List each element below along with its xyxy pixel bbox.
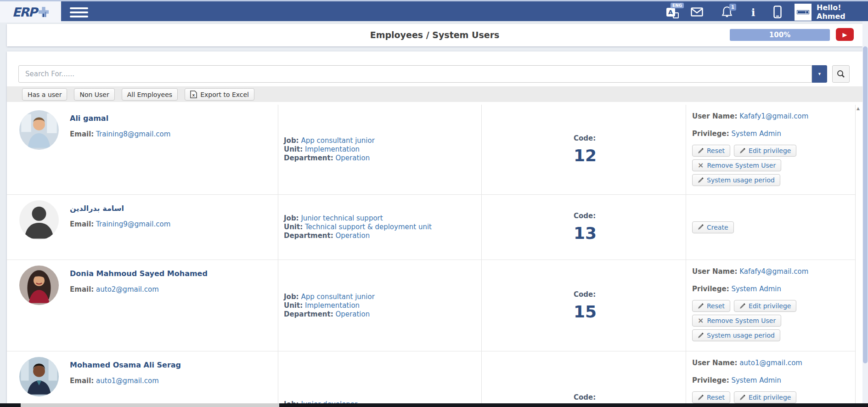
table-row: Donia Mahmoud Sayed Mohamed Email: auto2… xyxy=(7,260,855,351)
svg-text:x: x xyxy=(192,93,195,97)
system-usage-period-button[interactable]: System usage period xyxy=(692,174,780,186)
system-user-name: auto1@gmail.com xyxy=(739,359,802,367)
employee-job: Junior technical support xyxy=(301,214,383,222)
has-a-user-button[interactable]: Has a user xyxy=(22,88,67,101)
page-horizontal-scrollbar[interactable] xyxy=(0,403,868,407)
table-row: Mohamed Osama Ali Serag Email: auto1@gma… xyxy=(7,351,855,407)
scrollbar-thumb[interactable] xyxy=(21,403,279,407)
system-user-privilege: System Admin xyxy=(731,376,781,384)
pencil-icon xyxy=(698,224,704,230)
table-row: Ali gamal Email: Training8@gmail.com Job… xyxy=(7,105,855,195)
mail-icon[interactable] xyxy=(690,1,704,23)
employee-job: App consultant junior xyxy=(301,136,374,145)
progress-bar: 100% xyxy=(730,29,830,41)
avatar-silhouette xyxy=(19,200,59,240)
system-user-privilege: System Admin xyxy=(731,130,781,138)
system-usage-period-button[interactable]: System usage period xyxy=(692,329,780,341)
employee-email: auto1@gmail.com xyxy=(96,377,159,385)
employee-unit: Technical support & deployment unit xyxy=(305,223,432,231)
content-card: ▼ Has a user Non User All Employees x Ex… xyxy=(7,51,862,407)
system-user-name: Kafafy1@gmail.com xyxy=(739,112,808,120)
employee-unit: Implementation xyxy=(305,145,360,153)
reset-button[interactable]: Reset xyxy=(692,145,730,157)
search-button[interactable] xyxy=(832,65,850,83)
employee-email: Training8@gmail.com xyxy=(96,130,170,138)
page-header: Employees / System Users 100% ▶ xyxy=(7,24,862,46)
system-user-privilege: System Admin xyxy=(731,285,781,293)
all-employees-button[interactable]: All Employees xyxy=(122,88,178,101)
company-logo[interactable] xyxy=(795,4,812,21)
export-to-excel-button[interactable]: x Export to Excel xyxy=(185,88,254,101)
email-label: Email: xyxy=(70,285,94,294)
pencil-icon xyxy=(739,148,745,154)
search-icon xyxy=(837,70,845,78)
employee-code: 12 xyxy=(574,146,686,165)
employee-name: اسامة بدرالدين xyxy=(70,204,170,213)
create-user-button[interactable]: Create xyxy=(692,221,734,233)
pencil-icon xyxy=(698,395,704,401)
edit-privilege-button[interactable]: Edit privilege xyxy=(734,145,796,157)
email-label: Email: xyxy=(70,377,94,385)
user-greeting[interactable]: Hello! Ahmed xyxy=(817,1,868,23)
search-input[interactable] xyxy=(18,65,812,83)
employee-name: Mohamed Osama Ali Serag xyxy=(70,361,181,369)
system-user-name: Kafafy4@gmail.com xyxy=(739,267,808,276)
remove-system-user-button[interactable]: × Remove System User xyxy=(692,159,781,171)
pencil-icon xyxy=(698,333,704,339)
close-icon: × xyxy=(698,318,704,323)
pencil-icon xyxy=(739,395,745,401)
page-vertical-scrollbar[interactable] xyxy=(862,21,868,407)
reset-button[interactable]: Reset xyxy=(692,300,730,312)
info-icon[interactable]: i xyxy=(749,1,758,23)
employee-department: Operation xyxy=(335,154,370,162)
user-panel: User Name: Kafafy4@gmail.com Privilege: … xyxy=(686,260,855,351)
scrollbar-thumb[interactable] xyxy=(863,46,868,363)
close-icon: × xyxy=(698,163,704,168)
app-logo[interactable]: ERP xyxy=(0,1,61,23)
employee-code: 15 xyxy=(574,302,686,321)
email-label: Email: xyxy=(70,220,94,228)
reset-button[interactable]: Reset xyxy=(692,391,730,403)
pencil-icon xyxy=(698,148,704,154)
employee-name: Donia Mahmoud Sayed Mohamed xyxy=(70,269,208,278)
employee-unit: Implementation xyxy=(305,301,360,310)
filter-toolbar: Has a user Non User All Employees x Expo… xyxy=(7,86,862,102)
list-scrollbar[interactable]: ▲ xyxy=(855,105,862,407)
employee-email: auto2@gmail.com xyxy=(96,285,159,294)
notification-badge: 1 xyxy=(729,4,736,11)
user-panel: User Name: auto1@gmail.com Privilege: Sy… xyxy=(686,351,855,407)
employee-email: Training9@gmail.com xyxy=(96,220,170,228)
search-dropdown-button[interactable]: ▼ xyxy=(812,65,827,83)
avatar xyxy=(19,266,59,305)
employee-department: Operation xyxy=(335,232,370,240)
non-user-button[interactable]: Non User xyxy=(74,88,114,101)
employee-list: Ali gamal Email: Training8@gmail.com Job… xyxy=(7,105,855,407)
mobile-phone-icon[interactable] xyxy=(772,1,783,23)
video-play-button[interactable]: ▶ xyxy=(836,28,854,41)
excel-file-icon: x xyxy=(190,90,197,98)
employee-code: 13 xyxy=(574,224,686,243)
scroll-up-arrow-icon[interactable]: ▲ xyxy=(857,106,860,111)
menu-hamburger-icon[interactable] xyxy=(70,7,88,17)
employee-name: Ali gamal xyxy=(70,114,170,123)
pencil-icon xyxy=(698,303,704,309)
progress-value: 100% xyxy=(769,31,790,39)
table-row: اسامة بدرالدين Email: Training9@gmail.co… xyxy=(7,195,855,260)
avatar xyxy=(19,357,59,396)
language-badge: ENG xyxy=(671,3,684,8)
edit-privilege-button[interactable]: Edit privilege xyxy=(734,300,796,312)
remove-system-user-button[interactable]: × Remove System User xyxy=(692,315,781,327)
play-icon: ▶ xyxy=(843,31,847,38)
chevron-down-icon: ▼ xyxy=(817,72,822,76)
employee-department: Operation xyxy=(335,310,370,318)
user-panel: Create xyxy=(686,195,855,260)
pencil-icon xyxy=(739,303,745,309)
user-panel: User Name: Kafafy1@gmail.com Privilege: … xyxy=(686,105,855,194)
edit-privilege-button[interactable]: Edit privilege xyxy=(734,391,796,403)
app-logo-text: ERP xyxy=(12,5,36,19)
top-navbar: ERP ENG A 1 i Hello! Ahmed xyxy=(0,0,868,21)
pencil-icon xyxy=(698,177,704,183)
avatar xyxy=(19,110,59,150)
app-logo-building-icon xyxy=(38,6,49,18)
employee-job: App consultant junior xyxy=(301,293,374,301)
